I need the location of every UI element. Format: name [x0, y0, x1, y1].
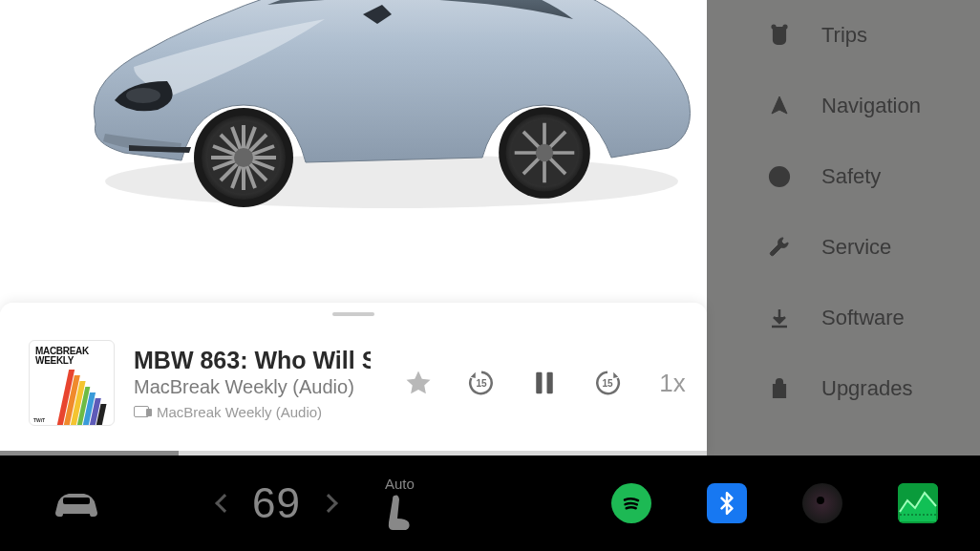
svg-rect-30: [536, 372, 542, 394]
safety-icon: [766, 163, 793, 190]
media-player-panel: MACBREAK WEEKLY TWiT MBW 863: Who Will S…: [0, 303, 707, 456]
track-artist: MacBreak Weekly (Audio): [134, 376, 371, 398]
track-title: MBW 863: Who Will S: [134, 347, 371, 374]
seat-mode-label: Auto: [385, 476, 415, 492]
svg-point-0: [105, 155, 678, 208]
upgrades-icon: [766, 375, 793, 402]
album-text-2: WEEKLY: [35, 356, 74, 366]
climate-temperature-control: 69: [218, 479, 335, 527]
skip-forward-15-button[interactable]: 15: [592, 368, 623, 398]
sidebar-item-upgrades[interactable]: Upgrades: [707, 353, 980, 424]
car-controls-button[interactable]: [50, 486, 103, 520]
seat-heater-button[interactable]: Auto: [385, 476, 415, 532]
navigation-icon: [766, 93, 793, 119]
sidebar-item-label: Safety: [821, 164, 881, 189]
sidebar-item-label: Software: [821, 306, 905, 330]
track-info: MBW 863: Who Will S MacBreak Weekly (Aud…: [134, 347, 371, 420]
sidebar-item-service[interactable]: Service: [707, 212, 980, 283]
bottom-dock: 69 Auto: [0, 456, 980, 551]
favorite-button[interactable]: [403, 368, 434, 398]
energy-app-button[interactable]: [898, 483, 938, 523]
playback-speed-button[interactable]: 1x: [655, 369, 690, 398]
temp-decrease-button[interactable]: [215, 494, 234, 513]
settings-sidebar: Trips Navigation Safety Service Software…: [707, 0, 980, 456]
sidebar-item-label: Trips: [821, 23, 867, 48]
album-art-graphic: [56, 370, 114, 425]
svg-point-13: [234, 148, 253, 167]
skip-back-15-button[interactable]: 15: [466, 368, 497, 398]
svg-rect-33: [63, 498, 90, 504]
drawer-handle[interactable]: [332, 312, 374, 316]
podcast-source-icon: [134, 406, 149, 417]
track-source: MacBreak Weekly (Audio): [134, 404, 371, 420]
vehicle-render: [76, 0, 707, 229]
media-controls: 15 15 1x: [403, 368, 690, 398]
sidebar-item-label: Service: [821, 235, 891, 260]
temp-increase-button[interactable]: [319, 494, 338, 513]
sidebar-item-navigation[interactable]: Navigation: [707, 71, 980, 141]
bluetooth-app-button[interactable]: [707, 483, 747, 523]
sidebar-item-safety[interactable]: Safety: [707, 141, 980, 212]
svg-text:15: 15: [602, 378, 613, 389]
seat-icon: [385, 494, 414, 532]
svg-rect-31: [547, 372, 553, 394]
temperature-value[interactable]: 69: [252, 479, 301, 527]
service-icon: [766, 234, 793, 261]
svg-point-23: [784, 26, 787, 29]
svg-point-22: [773, 26, 776, 29]
dashcam-app-button[interactable]: [802, 483, 842, 523]
sidebar-item-label: Navigation: [821, 94, 921, 118]
trips-icon: [766, 22, 793, 49]
track-source-label: MacBreak Weekly (Audio): [157, 404, 322, 420]
svg-point-1: [126, 88, 160, 103]
sidebar-item-label: Upgrades: [821, 376, 912, 401]
software-icon: [766, 305, 793, 331]
spotify-app-button[interactable]: [611, 483, 651, 523]
album-artwork[interactable]: MACBREAK WEEKLY TWiT: [29, 340, 115, 426]
sidebar-item-trips[interactable]: Trips: [707, 0, 980, 71]
svg-point-21: [536, 144, 553, 161]
svg-point-26: [778, 180, 781, 183]
pause-button[interactable]: [529, 368, 560, 398]
sidebar-item-software[interactable]: Software: [707, 283, 980, 353]
album-corner-text: TWiT: [33, 417, 45, 423]
svg-text:15: 15: [476, 378, 487, 389]
